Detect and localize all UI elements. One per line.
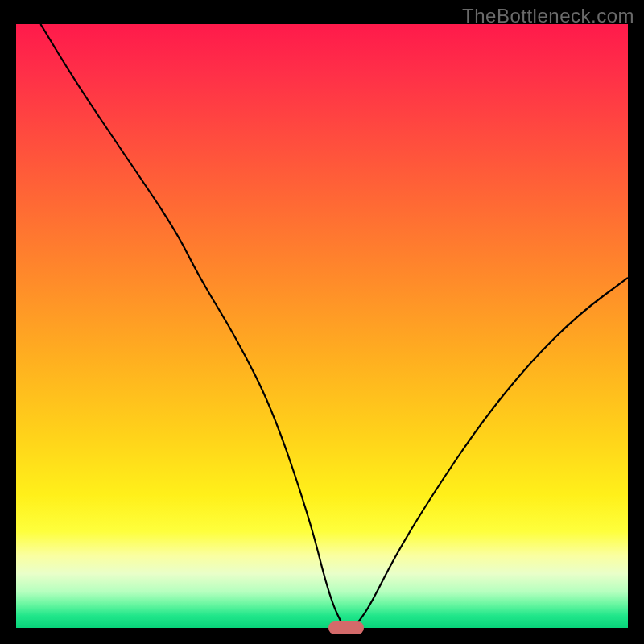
curve-path: [40, 24, 628, 628]
plot-area: [16, 24, 628, 628]
chart-frame: TheBottleneck.com: [0, 0, 644, 644]
bottleneck-curve: [16, 24, 628, 628]
minimum-marker: [328, 621, 364, 634]
watermark-text: TheBottleneck.com: [462, 5, 634, 27]
